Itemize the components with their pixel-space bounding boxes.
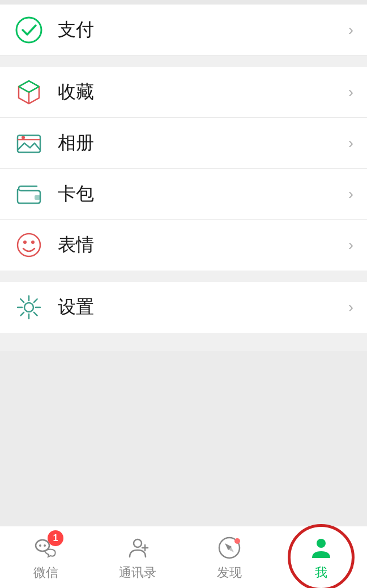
wallet-label: 卡包 xyxy=(58,182,348,207)
settings-chevron: › xyxy=(348,298,353,316)
payment-menu-item[interactable]: 支付 › xyxy=(0,5,367,55)
settings-menu-item[interactable]: 设置 › xyxy=(0,282,367,333)
wallet-chevron: › xyxy=(348,185,353,203)
album-chevron: › xyxy=(348,134,353,152)
nav-item-me[interactable]: 我 xyxy=(275,526,367,588)
svg-point-10 xyxy=(23,241,27,244)
payment-chevron: › xyxy=(348,21,353,39)
menu-section-2: 收藏 › 相册 › 卡包 › xyxy=(0,67,367,271)
svg-point-29 xyxy=(317,539,326,548)
stickers-label: 表情 xyxy=(58,233,348,257)
wechat-badge: 1 xyxy=(48,530,63,546)
album-menu-item[interactable]: 相册 › xyxy=(0,118,367,169)
svg-line-19 xyxy=(34,299,37,302)
nav-item-discover[interactable]: 发现 xyxy=(184,526,275,588)
album-icon xyxy=(14,128,44,158)
section-gap-1 xyxy=(0,55,367,67)
favorites-menu-item[interactable]: 收藏 › xyxy=(0,67,367,118)
stickers-menu-item[interactable]: 表情 › xyxy=(0,220,367,271)
svg-point-12 xyxy=(24,303,33,312)
favorites-icon xyxy=(14,77,44,108)
wallet-icon xyxy=(14,179,44,209)
contacts-icon xyxy=(123,534,152,562)
svg-line-18 xyxy=(34,312,37,316)
svg-point-24 xyxy=(134,539,142,547)
favorites-chevron: › xyxy=(348,83,353,101)
section-gap-2 xyxy=(0,271,367,282)
discover-nav-label: 发现 xyxy=(217,564,242,581)
svg-point-7 xyxy=(22,136,25,139)
wallet-menu-item[interactable]: 卡包 › xyxy=(0,169,367,220)
nav-item-wechat[interactable]: 1 微信 xyxy=(0,526,92,588)
album-label: 相册 xyxy=(58,131,348,156)
svg-rect-5 xyxy=(18,135,40,152)
settings-label: 设置 xyxy=(58,295,348,320)
wechat-icon: 1 xyxy=(32,534,60,562)
settings-icon xyxy=(14,292,44,323)
svg-point-22 xyxy=(39,544,41,547)
payment-icon xyxy=(14,15,44,45)
stickers-icon xyxy=(14,230,44,260)
svg-line-20 xyxy=(20,312,24,316)
menu-section-3: 设置 › xyxy=(0,282,367,333)
svg-point-9 xyxy=(18,234,40,256)
payment-label: 支付 xyxy=(58,18,348,42)
me-icon xyxy=(307,534,335,562)
svg-rect-8 xyxy=(35,195,40,200)
nav-item-contacts[interactable]: 通讯录 xyxy=(92,526,184,588)
stickers-chevron: › xyxy=(348,236,353,254)
gray-content-area xyxy=(0,351,367,526)
svg-point-23 xyxy=(44,544,46,547)
svg-point-28 xyxy=(234,538,240,544)
bottom-navigation: 1 微信 通讯录 发现 xyxy=(0,526,367,588)
me-nav-label: 我 xyxy=(315,564,327,581)
svg-line-17 xyxy=(20,299,24,302)
svg-line-3 xyxy=(19,87,29,92)
svg-point-11 xyxy=(31,241,35,244)
svg-line-4 xyxy=(29,87,39,92)
favorites-label: 收藏 xyxy=(58,80,348,105)
contacts-nav-label: 通讯录 xyxy=(119,564,156,581)
svg-point-0 xyxy=(16,18,41,42)
discover-icon xyxy=(215,534,244,562)
wechat-nav-label: 微信 xyxy=(33,564,58,581)
